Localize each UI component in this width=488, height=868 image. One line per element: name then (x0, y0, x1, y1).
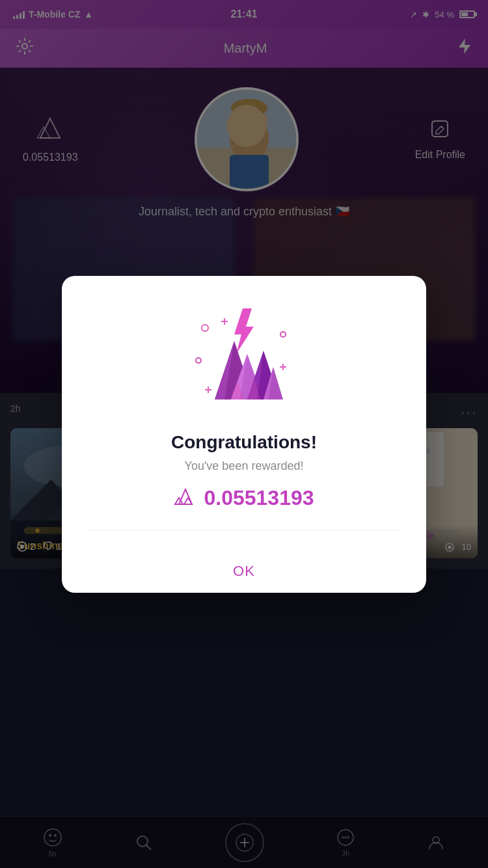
svg-point-55 (280, 332, 286, 337)
ok-button[interactable]: OK (62, 550, 426, 593)
modal-title: Congratulations! (171, 432, 317, 453)
modal-subtitle: You've been rewarded! (185, 459, 304, 473)
svg-point-53 (202, 325, 208, 331)
modal-overlay: Congratulations! You've been rewarded! 0… (0, 0, 488, 868)
reward-modal: Congratulations! You've been rewarded! 0… (62, 276, 426, 593)
svg-point-54 (196, 358, 201, 363)
reward-value: 0.05513193 (204, 486, 314, 510)
modal-reward-amount: 0.05513193 (174, 486, 314, 510)
reward-illustration (172, 302, 316, 419)
modal-divider (88, 530, 400, 530)
modal-body: Congratulations! You've been rewarded! 0… (62, 276, 426, 550)
